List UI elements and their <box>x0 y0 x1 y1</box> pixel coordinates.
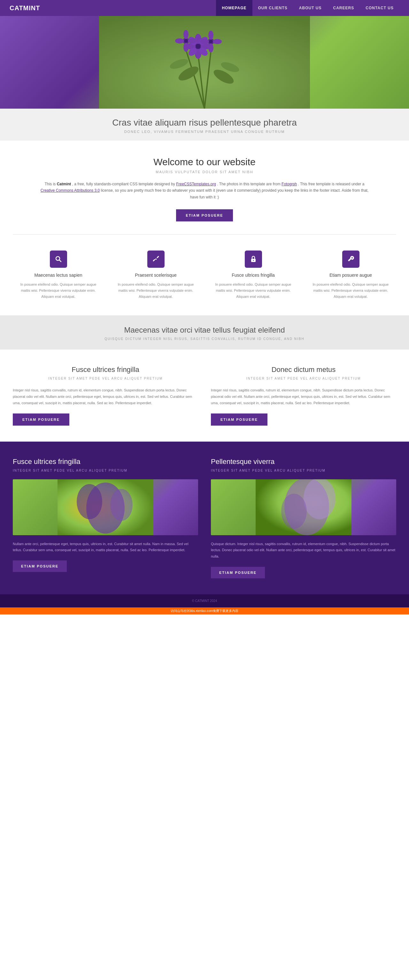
svg-point-36 <box>155 258 157 260</box>
col-donec-subtitle: INTEGER SIT AMET PEDE VEL ARCU ALIQUET P… <box>211 376 396 382</box>
purple-col-1-btn[interactable]: ETIAM POSUERE <box>211 567 265 578</box>
main-nav: HOMEPAGE OUR CLIENTS ABOUT US CAREERS CO… <box>216 0 399 16</box>
welcome-body: This is Catmint , a free, fully standard… <box>38 181 371 200</box>
purple-img-svg-0 <box>13 479 198 535</box>
col-donec-text: Integer nisl risus, sagittis convallis, … <box>211 387 396 406</box>
col-donec: Donec dictum metus INTEGER SIT AMET PEDE… <box>211 366 396 425</box>
hero-svg <box>0 16 409 109</box>
nav-about-us[interactable]: ABOUT US <box>293 0 328 16</box>
nav-contact-us[interactable]: CONTACT US <box>360 0 399 16</box>
col-fusce-heading: Fusce ultrices fringilla <box>13 366 198 374</box>
welcome-text-2: , a free, fully standards-compliant CSS … <box>72 182 177 186</box>
feature-title-2: Fusce ultrices fringilla <box>211 272 296 278</box>
welcome-section: Welcome to our website MAURIS VULPUTATE … <box>0 141 409 234</box>
feature-icon-search <box>50 250 67 268</box>
feature-text-0: In posuere eleifend odio. Quisque semper… <box>16 282 101 299</box>
col-donec-btn[interactable]: ETIAM POSUERE <box>211 414 267 426</box>
svg-rect-31 <box>99 16 310 109</box>
feature-title-0: Maecenas lectus sapien <box>16 272 101 278</box>
purple-col-1-image <box>211 479 396 535</box>
welcome-heading: Welcome to our website <box>38 157 371 167</box>
feature-item-0: Maecenas lectus sapien In posuere eleife… <box>10 250 107 299</box>
feature-text-3: In posuere eleifend odio. Quisque semper… <box>308 282 393 299</box>
nav-careers[interactable]: CAREERS <box>328 0 360 16</box>
feature-icon-tools <box>147 250 165 268</box>
welcome-text-4: . This free template is released under a <box>298 182 364 186</box>
svg-point-49 <box>281 494 307 529</box>
footer-copyright: © CATMINT 2024 <box>192 599 217 603</box>
feature-icon-wrench <box>342 250 360 268</box>
col-donec-heading: Donec dictum metus <box>211 366 396 374</box>
welcome-link-3[interactable]: Creative Commons Attributions 3.0 <box>41 188 100 192</box>
purple-col-0-btn[interactable]: ETIAM POSUERE <box>13 560 67 572</box>
svg-point-48 <box>304 479 336 519</box>
watermark-bar: 访问山马社区bbs.xienlao.com免费下载更多内容 <box>0 608 409 614</box>
welcome-text-1: This is <box>45 182 57 186</box>
purple-col-0-image <box>13 479 198 535</box>
purple-col-0-heading: Fusce ultrices fringilla <box>13 458 198 466</box>
welcome-text-3: . The photos in this template are from <box>217 182 282 186</box>
welcome-cta-button[interactable]: ETIAM POSUERE <box>176 209 232 221</box>
svg-point-43 <box>77 484 102 519</box>
feature-title-3: Etiam posuere augue <box>308 272 393 278</box>
nav-our-clients[interactable]: OUR CLIENTS <box>252 0 293 16</box>
footer-bottom: © CATMINT 2024 <box>0 594 409 608</box>
col-fusce-subtitle: INTEGER SIT AMET PEDE VEL ARCU ALIQUET P… <box>13 376 198 382</box>
header: CATMINT HOMEPAGE OUR CLIENTS ABOUT US CA… <box>0 0 409 16</box>
welcome-brand: Catmint <box>57 182 71 186</box>
purple-col-1-subtitle: INTEGER SIT AMET PEDE VEL ARCU ALIQUET P… <box>211 468 396 474</box>
hero-section <box>0 16 409 109</box>
feature-item-2: Fusce ultrices fringilla In posuere elei… <box>205 250 302 299</box>
purple-col-0: Fusce ultrices fringilla INTEGER SIT AME… <box>13 458 198 578</box>
nav-homepage[interactable]: HOMEPAGE <box>216 0 252 16</box>
banner-subtext: DONEC LEO, VIVAMUS FERMENTUM PRAESENT UR… <box>13 130 396 134</box>
purple-col-1: Pellentesque viverra INTEGER SIT AMET PE… <box>211 458 396 578</box>
two-cols-section: Fusce ultrices fringilla INTEGER SIT AME… <box>0 350 409 441</box>
svg-line-33 <box>59 260 61 262</box>
welcome-link-1[interactable]: FreeCSSTemplates.org <box>176 182 216 186</box>
svg-point-44 <box>110 489 133 521</box>
watermark-text: 访问山马社区bbs.xienlao.com免费下载更多内容 <box>170 609 239 612</box>
svg-point-39 <box>352 257 353 258</box>
hero-banner: Cras vitae aliquam risus pellentesque ph… <box>0 109 409 141</box>
banner-heading: Cras vitae aliquam risus pellentesque ph… <box>13 118 396 128</box>
purple-img-svg-1 <box>211 479 396 535</box>
purple-section: Fusce ultrices fringilla INTEGER SIT AME… <box>0 442 409 594</box>
welcome-subtitle: MAURIS VULPUTATE DOLOR SIT AMET NIBH <box>38 170 371 174</box>
mid-banner-subtext: QUISQUE DICTUM INTEGER NISL RISUS, SAGIT… <box>13 337 396 340</box>
welcome-link-2[interactable]: Fotogrph <box>282 182 297 186</box>
col-fusce: Fusce ultrices fringilla INTEGER SIT AME… <box>13 366 198 425</box>
feature-item-3: Etiam posuere augue In posuere eleifend … <box>302 250 399 299</box>
feature-text-1: In posuere eleifend odio. Quisque semper… <box>113 282 198 299</box>
svg-point-38 <box>253 260 254 261</box>
col-fusce-text: Integer nisl risus, sagittis convallis, … <box>13 387 198 406</box>
purple-col-1-heading: Pellentesque viverra <box>211 458 396 466</box>
feature-text-2: In posuere eleifend odio. Quisque semper… <box>211 282 296 299</box>
features-section: Maecenas lectus sapien In posuere eleife… <box>0 234 409 315</box>
purple-row: Fusce ultrices fringilla INTEGER SIT AME… <box>13 458 396 578</box>
purple-col-0-subtitle: INTEGER SIT AMET PEDE VEL ARCU ALIQUET P… <box>13 468 198 474</box>
site-logo: CATMINT <box>10 5 216 12</box>
purple-col-0-text: Nullam ante orci, pellentesque eget, tem… <box>13 541 198 554</box>
welcome-text-5: license, so you are pretty much free to … <box>101 188 369 199</box>
mid-banner-section: Maecenas vitae orci vitae tellus feugiat… <box>0 315 409 350</box>
feature-title-1: Praesent scelerisque <box>113 272 198 278</box>
feature-item-1: Praesent scelerisque In posuere eleifend… <box>107 250 205 299</box>
purple-col-1-text: Quisque dictum. Integer nisl risus, sagi… <box>211 541 396 560</box>
col-fusce-btn[interactable]: ETIAM POSUERE <box>13 414 69 426</box>
feature-icon-lock <box>245 250 262 268</box>
mid-banner-heading: Maecenas vitae orci vitae tellus feugiat… <box>13 326 396 334</box>
